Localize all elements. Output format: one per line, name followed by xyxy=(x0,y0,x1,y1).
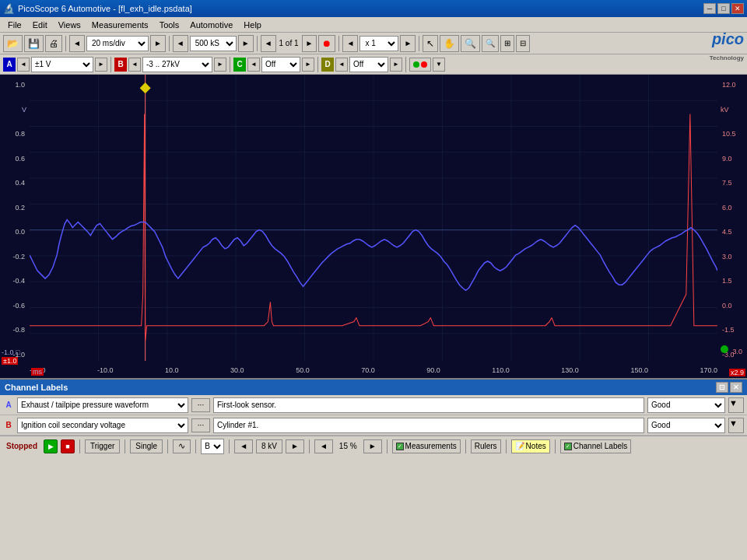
time-next-button[interactable]: ► xyxy=(150,35,166,52)
y-right-label-6: 4.5 xyxy=(721,228,732,236)
record-arrow-button[interactable]: ▼ xyxy=(433,58,445,72)
zoom-fit-button[interactable]: ⊞ xyxy=(500,35,514,52)
x-label-4: 50.0 xyxy=(296,366,310,374)
stop-button[interactable]: ■ xyxy=(61,439,75,453)
channel-b-range-select[interactable]: -3 .. 27kV xyxy=(142,57,212,72)
time-div-select[interactable]: 20 ms/div xyxy=(86,36,149,51)
channel-d-next-button[interactable]: ► xyxy=(390,58,402,72)
kv-button[interactable]: 8 kV xyxy=(256,439,282,453)
panel-header-buttons[interactable]: ⊡ ✕ xyxy=(716,382,742,393)
channel-b-quality-select[interactable]: Good xyxy=(647,418,725,433)
zoom-prev-button[interactable]: ◄ xyxy=(342,35,358,52)
channel-a-quality-select[interactable]: Good xyxy=(647,397,725,413)
channel-b-prev-button[interactable]: ◄ xyxy=(128,58,141,72)
capture-stop-button[interactable]: ⏺ xyxy=(318,35,335,52)
y-left-label-8: -0.4 xyxy=(12,277,26,285)
toolbar-separator-5 xyxy=(419,36,419,51)
cursor-value-left: -1.0 □ xyxy=(0,348,19,356)
pct-prev-button[interactable]: ◄ xyxy=(314,439,333,453)
zoom-out-button[interactable]: 🔍 xyxy=(482,35,499,52)
channel-a-desc-input[interactable] xyxy=(213,397,644,413)
channel-c-label: C xyxy=(233,58,246,72)
menu-automotive[interactable]: Automotive xyxy=(185,19,237,31)
channel-label-row-b: B Ignition coil secondary voltage ··· Go… xyxy=(0,415,747,436)
time-prev-button[interactable]: ◄ xyxy=(69,35,85,52)
nav-prev-button[interactable]: ◄ xyxy=(234,439,253,453)
channel-b-next-button[interactable]: ► xyxy=(214,58,226,72)
channel-a-dots-button[interactable]: ··· xyxy=(191,398,210,412)
channel-a-range-select[interactable]: ±1 V xyxy=(31,57,93,72)
channel-b-desc-input[interactable] xyxy=(213,418,644,433)
y-left-label-2: 0.8 xyxy=(15,130,26,138)
capture-next-button[interactable]: ► xyxy=(302,35,317,52)
channel-b-dots-button[interactable]: ··· xyxy=(191,418,210,432)
pico-logo: pico Technology xyxy=(710,31,744,62)
y-left-label-0: 1.0 xyxy=(15,81,26,89)
close-button[interactable]: ✕ xyxy=(731,3,744,14)
x-label-7: 110.0 xyxy=(492,366,510,374)
title-bar-controls[interactable]: ─ □ ✕ xyxy=(703,3,744,14)
zoom-in-button[interactable]: 🔍 xyxy=(461,35,480,52)
channel-b-name-select[interactable]: Ignition coil secondary voltage xyxy=(17,418,188,433)
zoom-next-button[interactable]: ► xyxy=(400,35,416,52)
measurements-check: ✓ xyxy=(396,443,404,450)
y-right-label-2: 10.5 xyxy=(721,130,736,138)
x-axis-labels: -30.0 -10.0 10.0 30.0 50.0 70.0 90.0 110… xyxy=(30,362,717,378)
channel-a-prev-button[interactable]: ◄ xyxy=(17,58,30,72)
menu-measurements[interactable]: Measurements xyxy=(87,19,153,31)
channel-a-name-select[interactable]: Exhaust / tailpipe pressure waveform xyxy=(17,397,188,413)
capture-prev-button[interactable]: ◄ xyxy=(261,35,276,52)
channel-c-select[interactable]: Off xyxy=(261,57,300,72)
rulers-button[interactable]: Rulers xyxy=(471,439,501,453)
status-sep-8 xyxy=(465,439,466,453)
menu-views[interactable]: Views xyxy=(54,19,86,31)
sample-rate-select[interactable]: 500 kS xyxy=(190,36,237,51)
zoom-select[interactable]: x 1 xyxy=(359,36,398,51)
channel-labels-button[interactable]: ✓ Channel Labels xyxy=(560,439,632,453)
zoom-extra-button[interactable]: ⊟ xyxy=(516,35,530,52)
measurements-button[interactable]: ✓ Measurements xyxy=(392,439,461,453)
channel-d-select[interactable]: Off xyxy=(349,57,388,72)
y-left-label-4: 0.4 xyxy=(15,179,26,187)
title-bar-left: 🔬 PicoScope 6 Automotive - [fl_exh_idle.… xyxy=(3,3,192,14)
menu-bar: File Edit Views Measurements Tools Autom… xyxy=(0,17,747,33)
channel-a-label: A xyxy=(3,58,16,72)
cursor-value-right: 3.0 xyxy=(732,348,742,355)
channel-d-prev-button[interactable]: ◄ xyxy=(335,58,348,72)
channel-a-quality-arrow[interactable]: ▼ xyxy=(728,397,744,413)
record-button[interactable] xyxy=(409,58,431,72)
single-button[interactable]: Single xyxy=(130,439,163,453)
toolbar-separator-2 xyxy=(169,36,170,51)
maximize-button[interactable]: □ xyxy=(717,3,730,14)
panel-float-button[interactable]: ⊡ xyxy=(716,382,728,393)
channel-a-next-button[interactable]: ► xyxy=(95,58,107,72)
channel-b-quality-arrow[interactable]: ▼ xyxy=(728,418,744,433)
menu-help[interactable]: Help xyxy=(239,19,266,31)
cursor-tool-button[interactable]: ↖ xyxy=(423,35,438,52)
save-button[interactable]: 💾 xyxy=(24,35,44,52)
play-button[interactable]: ▶ xyxy=(44,439,58,453)
trigger-button[interactable]: Trigger xyxy=(85,439,120,453)
y-left-label-10: -0.8 xyxy=(12,326,26,334)
y-right-label-4: 7.5 xyxy=(721,179,732,187)
y-right-label-9: 0.0 xyxy=(721,302,732,310)
minimize-button[interactable]: ─ xyxy=(703,3,716,14)
print-button[interactable]: 🖨 xyxy=(45,35,62,52)
nav-next-button[interactable]: ► xyxy=(286,439,304,453)
channel-c-prev-button[interactable]: ◄ xyxy=(247,58,260,72)
panel-close-button[interactable]: ✕ xyxy=(730,382,742,393)
notes-button[interactable]: 📝 Notes xyxy=(511,439,550,453)
open-file-button[interactable]: 📂 xyxy=(3,35,23,52)
sample-next-button[interactable]: ► xyxy=(238,35,254,52)
menu-tools[interactable]: Tools xyxy=(155,19,184,31)
menu-edit[interactable]: Edit xyxy=(28,19,52,31)
pan-tool-button[interactable]: ✋ xyxy=(440,35,459,52)
sample-prev-button[interactable]: ◄ xyxy=(173,35,188,52)
pct-next-button[interactable]: ► xyxy=(363,439,382,453)
menu-file[interactable]: File xyxy=(3,19,26,31)
channel-c-next-button[interactable]: ► xyxy=(302,58,314,72)
zoom-value: x2.9 xyxy=(729,369,745,376)
channel-select[interactable]: B xyxy=(201,439,224,454)
waveform-type-button[interactable]: ∿ xyxy=(173,439,191,453)
ch-sep-3 xyxy=(317,57,318,72)
